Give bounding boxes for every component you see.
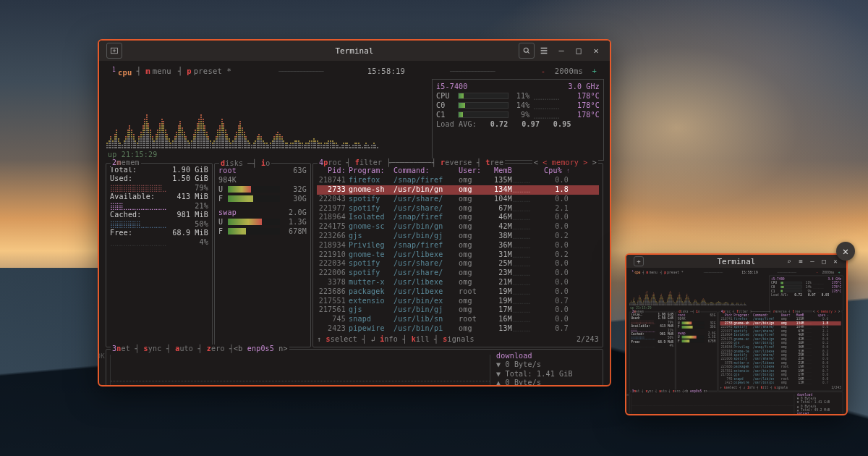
- clock: 15:58:19: [741, 270, 759, 274]
- process-position: 2/243: [576, 335, 599, 345]
- interval: 2000ms: [553, 67, 585, 75]
- terminal-window: Terminal — □ ✕ 1cpu ┤ mmenu ┤ ppreset * …: [98, 39, 611, 387]
- process-row[interactable]: 222006spotify/usr/share/omg23M⣀⣀⣀⣀⣀0.0: [317, 269, 599, 278]
- process-row[interactable]: 224175gnome-sc/usr/bin/gnomg42M⣀⣀⣀⣀⣀0.0: [317, 222, 599, 232]
- cpu-info-panel: i5-74003.0 GHz CPU11%⣀⣀⣀⣀⣀⣀178°CC014%⣀⣀⣀…: [432, 79, 604, 161]
- network-graph: [110, 355, 490, 387]
- process-footer: ↑ sselect ┤ ↲ info ┤ kill ┤ signals 2/24…: [317, 334, 599, 345]
- disks-panel: disks ─┤ io root63G 984K U32G F30G swap2…: [676, 311, 718, 391]
- cpu-core-row: CPU11%⣀⣀⣀⣀⣀⣀178°C: [436, 91, 600, 101]
- clock: 15:58:19: [365, 67, 407, 76]
- interval-minus[interactable]: -: [815, 270, 821, 274]
- cpu-core-row: C19%⣀⣀⣀⣀⣀⣀178°C: [436, 110, 600, 119]
- process-row[interactable]: 218964Isolated/snap/firefomg46M⣀⣀⣀⣀⣀0.0: [317, 213, 599, 222]
- process-footer: ↑ sselect ┤ ↲ info ┤ kill ┤ signals 2/24…: [720, 385, 841, 389]
- cpu-model: i5-7400: [436, 82, 468, 91]
- cpu-core-row: C014%⣀⣀⣀⣀⣀⣀178°C: [436, 101, 600, 110]
- cpu-freq: 3.0 GHz: [568, 82, 600, 91]
- network-graph: [631, 394, 794, 415]
- cpu-graph: [105, 79, 429, 148]
- process-row[interactable]: 217551extensio/usr/bin/exomg19M⣀⣀⣀⣀⣀0.7: [317, 297, 599, 306]
- process-row[interactable]: 221910gnome-te/usr/libexeomg31M⣀⣀⣀⣀⣀0.2: [317, 250, 599, 260]
- memory-panel: 2mmemem Total:1.90 GiB Used:1.50 GiB ⣿⣿⣿…: [106, 163, 213, 347]
- process-row[interactable]: 222034spotify/usr/share/omg25M⣀⣀⣀⣀⣀0.0: [317, 259, 599, 269]
- menu-label[interactable]: menu: [648, 270, 658, 274]
- network-panel: 3net ┤ sync ┤ auto ┤ zero ┤<b enp0s5 n> …: [106, 349, 603, 387]
- interval: 2000ms: [821, 270, 835, 274]
- process-row[interactable]: 217561gjs/usr/bin/gjomg17M⣀⣀⣀⣀⣀0.0: [317, 305, 599, 315]
- process-row[interactable]: 221977spotify/usr/share/omg67M⣀⣀⣀⣀⣀2.1: [317, 204, 599, 214]
- process-row[interactable]: 2733gnome-sh/usr/bin/gnomg134M⣀⣀⣀⣀⣀1.8: [317, 185, 599, 195]
- cpu-info-panel: i5-74003.0 GHz CPU11%⣀⣀⣀⣀⣀⣀178°CC014%⣀⣀⣀…: [769, 276, 843, 311]
- network-panel: 3net ┤ sync ┤ auto ┤ zero ┤<b enp0s5 n> …: [629, 392, 843, 415]
- memory-panel: 2mmemem Total:1.90 GiB Used:1.50 GiB ⣿⣿⣿…: [629, 311, 676, 391]
- interval-minus[interactable]: -: [539, 67, 553, 75]
- process-row[interactable]: 2423pipewire/usr/bin/piomg13M⣀⣀⣀⣀⣀0.7: [720, 381, 841, 386]
- process-position: 2/243: [831, 386, 841, 390]
- process-row[interactable]: 745snapd/usr/lib/snroot16M⣀⣀⣀⣀⣀0.0: [317, 315, 599, 324]
- interval-plus[interactable]: +: [585, 67, 599, 75]
- sort-column[interactable]: < < memory > >: [532, 159, 598, 168]
- titlebar[interactable]: Terminal — □ ✕: [99, 41, 610, 61]
- process-row[interactable]: 3378mutter-x/usr/libexeomg21M⣀⣀⣀⣀⣀0.0: [317, 278, 599, 287]
- load-average: Load AVG: 0.72 0.97 0.95: [771, 293, 841, 297]
- btop-header: 1cpu ┤ mmenu ┤ ppreset * ────────────── …: [629, 269, 843, 276]
- disks-panel: disks ─┤ io root63G 984K U32G F30G swap2…: [214, 163, 311, 347]
- download-rate: ▼ 0 Byte/s: [496, 360, 599, 370]
- process-panel[interactable]: 4proc ┤ filter ├─────────┤ reverse ┤ tre…: [718, 311, 843, 391]
- load-average: Load AVG: 0.72 0.97 0.95: [436, 119, 600, 129]
- process-row[interactable]: 223266gjs/usr/bin/gjomg38M⣀⣀⣀⣀⣀0.2: [317, 232, 599, 241]
- sort-column[interactable]: < < memory > >: [812, 310, 841, 314]
- preset-label[interactable]: preset *: [192, 67, 234, 75]
- menu-label[interactable]: menu: [150, 67, 174, 75]
- process-row[interactable]: 218741firefox/snap/firefomg135M⣀⣀⣀⣀⣀0.0: [317, 176, 599, 185]
- process-row[interactable]: 2423pipewire/usr/bin/piomg13M⣀⣀⣀⣀⣀0.7: [317, 324, 599, 334]
- upload-rate: ▲ 0 Byte/s: [496, 379, 599, 387]
- terminal-body[interactable]: 1cpu ┤ mmenu ┤ ppreset * ────────────── …: [99, 61, 610, 387]
- process-panel[interactable]: 4proc ┤ filter ├─────────┤ reverse ┤ tre…: [312, 163, 603, 347]
- download-total: ▼ Total: 1.41 GiB: [496, 370, 599, 379]
- terminal-preview-window[interactable]: + Terminal ⌕ ≡ — □ ✕ 1cpu ┤ mmenu ┤ ppre…: [625, 253, 848, 415]
- process-row[interactable]: 223686packagek/usr/libexeroot19M⣀⣀⣀⣀⣀0.0: [317, 287, 599, 297]
- cpu-graph: [629, 276, 767, 305]
- interval-plus[interactable]: +: [835, 270, 841, 274]
- window-title: Terminal: [99, 46, 610, 56]
- preset-label[interactable]: preset *: [666, 270, 684, 274]
- process-row[interactable]: 222043spotify/usr/share/omg104M⣀⣀⣀⣀⣀0.0: [317, 195, 599, 204]
- preview-close-badge[interactable]: ✕: [836, 242, 855, 261]
- process-row[interactable]: 218934Privileg/snap/firefomg36M⣀⣀⣀⣀⣀0.0: [317, 241, 599, 250]
- btop-header: 1cpu ┤ mmenu ┤ ppreset * ────────────── …: [105, 64, 604, 79]
